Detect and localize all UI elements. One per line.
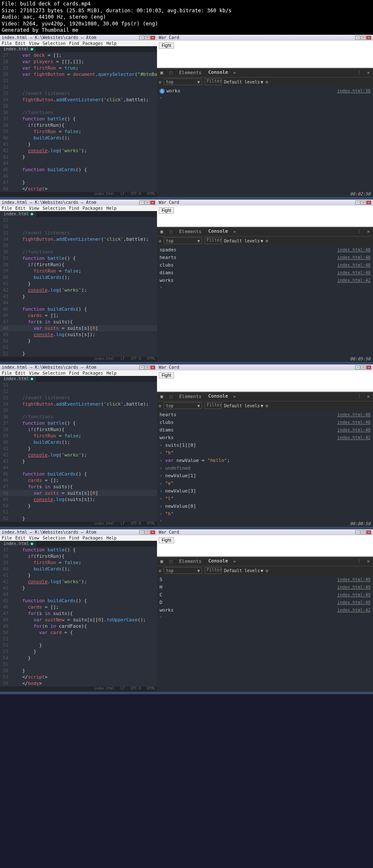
menu-item[interactable]: Selection [42,371,65,376]
devtools-tab-console[interactable]: Console [205,227,231,237]
code-line[interactable]: 48 </script> [0,186,157,192]
code-line[interactable]: 57 </script> [0,674,157,680]
close-button[interactable]: × [366,365,371,370]
code-line[interactable]: 43 } [0,585,157,591]
menu-item[interactable]: Find [69,371,79,376]
code-line[interactable]: 39 firstRun = false; [0,559,157,566]
code-line[interactable]: 50 } [0,503,157,509]
code-line[interactable]: 45 function buildCards() { [0,306,157,312]
log-source-link[interactable]: index.html:48 [337,247,370,253]
code-line[interactable]: 56 } [0,668,157,674]
more-tabs-icon[interactable]: » [233,559,236,564]
menu-item[interactable]: File [2,536,12,540]
code-line[interactable]: 46 cards = []; [0,477,157,484]
close-button[interactable]: × [150,365,155,370]
menu-item[interactable]: Edit [15,41,25,46]
code-line[interactable]: 47 for(s in suits){ [0,319,157,325]
code-line[interactable]: 47 for(s in suits){ [0,484,157,490]
code-line[interactable]: 33 //event listeners [0,395,157,401]
maximize-button[interactable]: □ [361,36,366,40]
close-button[interactable]: × [150,36,155,40]
code-line[interactable]: 54 } [0,655,157,661]
log-source-link[interactable]: index.html:48 [337,419,370,426]
device-icon[interactable]: ⬚ [166,70,176,75]
code-line[interactable]: 38 if(firstRun){ [0,262,157,268]
settings-gear-icon[interactable]: ⚙ [266,239,268,243]
code-line[interactable]: 47 } [0,179,157,186]
log-source-link[interactable]: index.html:38 [337,88,370,95]
close-devtools-icon[interactable]: × [364,559,373,564]
console-body[interactable]: iworksindex.html:38 › [157,86,373,197]
settings-icon[interactable]: ⋮ [354,229,364,234]
code-line[interactable]: 39 firstRun = false; [0,268,157,274]
log-source-link[interactable]: index.html:48 [337,412,370,418]
code-line[interactable]: 48 var suitNew = suits[s][0].toUpperCase… [0,617,157,623]
code-line[interactable]: 43 } [0,293,157,300]
code-line[interactable]: 51 [0,509,157,515]
code-line[interactable]: 51 [0,636,157,642]
context-dropdown[interactable]: top▼ [164,402,202,409]
minimize-button[interactable]: – [139,530,144,534]
log-levels-dropdown[interactable]: Default levels ▼ [224,239,263,243]
menu-item[interactable]: File [2,371,12,376]
menu-item[interactable]: File [2,41,12,46]
menu-item[interactable]: Packages [83,536,103,540]
devtools-tab-elements[interactable]: Elements [176,557,205,566]
code-line[interactable]: 40 buildCards(); [0,566,157,572]
code-line[interactable]: 49 console.log(suits[s]); [0,496,157,503]
log-source-link[interactable]: index.html:42 [337,277,370,284]
code-line[interactable]: 37 function battle() { [0,255,157,262]
code-line[interactable]: 46 cards = []; [0,312,157,319]
code-line[interactable]: 43 } [0,154,157,160]
devtools-tab-elements[interactable]: Elements [176,227,205,236]
log-source-link[interactable]: index.html:49 [337,576,370,583]
editor-tab[interactable]: index.html● [0,376,37,382]
code-line[interactable]: 37 function battle() { [0,420,157,426]
minimize-button[interactable]: – [355,36,360,40]
code-line[interactable]: 31 [0,382,157,388]
minimize-button[interactable]: – [355,530,360,534]
code-line[interactable]: 44 [0,300,157,306]
code-editor[interactable]: 37 function battle() {38 if(firstRun){39… [0,547,157,687]
clear-console-icon[interactable]: ⊘ [159,403,161,408]
code-line[interactable]: 58 </body> [0,680,157,687]
code-line[interactable]: 37 function battle() { [0,547,157,553]
inspect-icon[interactable]: ▣ [157,229,166,234]
menu-item[interactable]: Edit [15,536,25,540]
log-source-link[interactable]: index.html:48 [337,427,370,434]
clear-console-icon[interactable]: ⊘ [159,80,161,84]
code-line[interactable]: 46 cards = []; [0,604,157,610]
code-line[interactable]: 49 console.log(suits[s]); [0,331,157,338]
code-line[interactable]: 37 function battle() { [0,116,157,122]
log-levels-dropdown[interactable]: Default levels ▼ [224,568,263,573]
code-line[interactable]: 42 console.log('works'); [0,579,157,585]
code-line[interactable]: 45 function buildCards() { [0,167,157,173]
code-line[interactable]: 52 } [0,351,157,357]
menu-item[interactable]: Find [69,536,79,540]
log-levels-dropdown[interactable]: Default levels ▼ [224,80,263,84]
more-tabs-icon[interactable]: » [233,394,236,399]
menu-item[interactable]: View [29,41,39,46]
devtools-tab-elements[interactable]: Elements [176,392,205,401]
code-line[interactable]: 33 //event listeners [0,90,157,97]
console-prompt[interactable]: › [157,95,373,100]
code-line[interactable]: 46 [0,173,157,179]
console-prompt[interactable]: › [157,518,373,523]
maximize-button[interactable]: □ [145,365,150,370]
minimize-button[interactable]: – [355,365,360,370]
editor-tab[interactable]: index.html● [0,211,37,217]
menu-item[interactable]: View [29,206,39,211]
code-line[interactable]: 38 if(firstRun){ [0,553,157,559]
code-line[interactable]: 34 fightButton.addEventListener('click',… [0,401,157,407]
menu-item[interactable]: Find [69,41,79,46]
code-line[interactable]: 44 [0,160,157,167]
menu-item[interactable]: View [29,536,39,540]
log-levels-dropdown[interactable]: Default levels ▼ [224,403,263,408]
minimize-button[interactable]: – [139,36,144,40]
menu-item[interactable]: Selection [42,206,65,211]
menu-item[interactable]: Packages [83,371,103,376]
code-line[interactable]: 50 var card = { [0,629,157,636]
code-line[interactable]: 52 } [0,642,157,648]
menu-item[interactable]: Selection [42,536,65,540]
code-editor[interactable]: 27 var deck = [];28 var players = [[],[]… [0,52,157,192]
